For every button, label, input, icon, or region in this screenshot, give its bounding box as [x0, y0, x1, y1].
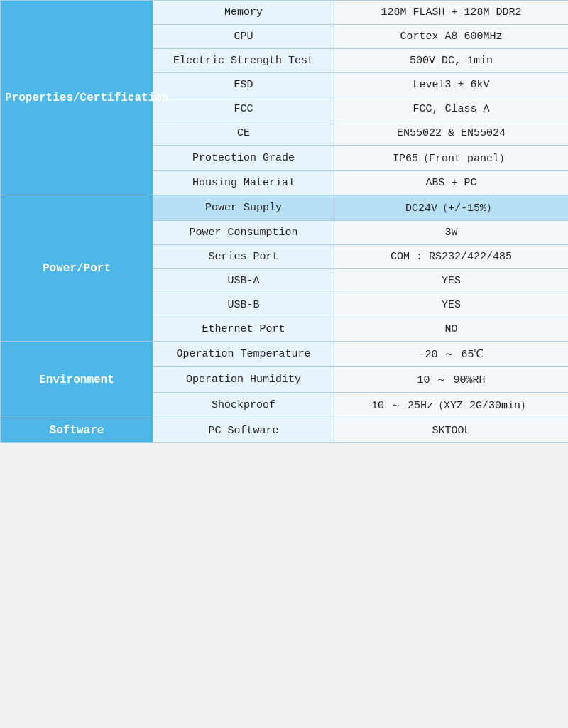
property-cell: Power Supply: [153, 195, 334, 221]
property-cell: ESD: [153, 73, 334, 97]
value-cell: FCC, Class A: [334, 97, 569, 121]
value-cell: YES: [334, 269, 569, 293]
table-row: Power/PortPower SupplyDC24V（+/-15%）: [1, 195, 569, 221]
property-cell: Memory: [153, 1, 334, 25]
table-row: Properties/CertificationMemory128M FLASH…: [1, 1, 569, 25]
value-cell: 10 ～ 90%RH: [334, 367, 569, 393]
value-cell: Level3 ± 6kV: [334, 73, 569, 97]
property-cell: Electric Strength Test: [153, 49, 334, 73]
property-cell: Series Port: [153, 245, 334, 269]
value-cell: NO: [334, 317, 569, 342]
table-row: SoftwarePC SoftwareSKTOOL: [1, 418, 569, 443]
value-cell: EN55022 & EN55024: [334, 121, 569, 146]
property-cell: Protection Grade: [153, 146, 334, 171]
table-row: EnvironmentOperation Temperature-20 ～ 65…: [1, 342, 569, 367]
property-cell: PC Software: [153, 418, 334, 443]
property-cell: FCC: [153, 97, 334, 121]
category-cell: Environment: [1, 342, 153, 418]
spec-table-container: Properties/CertificationMemory128M FLASH…: [0, 0, 568, 443]
value-cell: 128M FLASH + 128M DDR2: [334, 1, 569, 25]
value-cell: 10 ～ 25Hz（XYZ 2G/30min）: [334, 393, 569, 418]
value-cell: DC24V（+/-15%）: [334, 195, 569, 221]
property-cell: Operation Humidity: [153, 367, 334, 393]
value-cell: -20 ～ 65℃: [334, 342, 569, 367]
property-cell: Power Consumption: [153, 221, 334, 245]
category-cell: Power/Port: [1, 195, 153, 342]
property-cell: USB-B: [153, 293, 334, 317]
property-cell: CPU: [153, 25, 334, 49]
property-cell: CE: [153, 121, 334, 146]
property-cell: USB-A: [153, 269, 334, 293]
spec-table: Properties/CertificationMemory128M FLASH…: [0, 0, 568, 443]
value-cell: SKTOOL: [334, 418, 569, 443]
property-cell: Shockproof: [153, 393, 334, 418]
value-cell: 3W: [334, 221, 569, 245]
property-cell: Operation Temperature: [153, 342, 334, 367]
category-cell: Properties/Certification: [1, 1, 153, 195]
value-cell: COM : RS232/422/485: [334, 245, 569, 269]
value-cell: ABS + PC: [334, 171, 569, 195]
category-cell: Software: [1, 418, 153, 443]
value-cell: YES: [334, 293, 569, 317]
value-cell: 500V DC, 1min: [334, 49, 569, 73]
property-cell: Housing Material: [153, 171, 334, 195]
value-cell: IP65（Front panel）: [334, 146, 569, 171]
property-cell: Ethernet Port: [153, 317, 334, 342]
value-cell: Cortex A8 600MHz: [334, 25, 569, 49]
